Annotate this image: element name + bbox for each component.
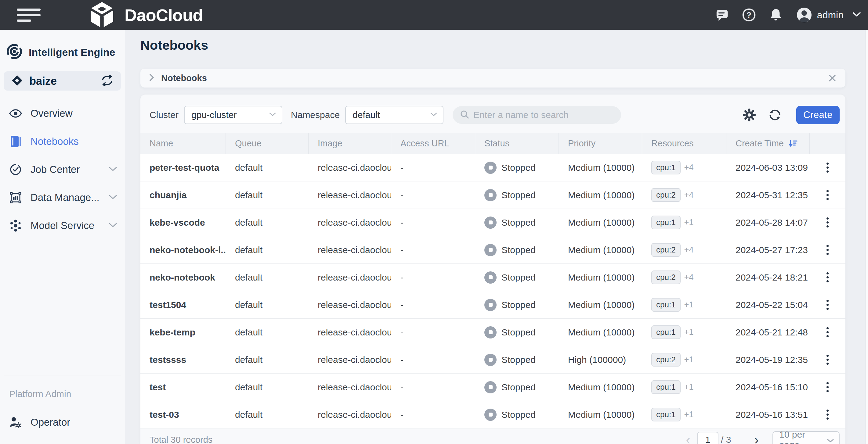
search-box[interactable] (453, 106, 621, 124)
username-label[interactable]: admin (817, 9, 844, 21)
notebook-name[interactable]: neko-notebook-l... (141, 236, 226, 264)
namespace-select[interactable]: default (345, 106, 443, 124)
page-size-select[interactable]: 10 per page (772, 431, 840, 444)
table-row[interactable]: test default release-ci.daoclou... - Sto… (141, 374, 845, 401)
row-actions-kebab-icon[interactable] (824, 352, 832, 368)
status-stopped-icon (484, 381, 497, 394)
notebook-name[interactable]: neko-notebook (141, 264, 226, 291)
resource-extra-count[interactable]: +4 (684, 190, 694, 200)
row-actions-kebab-icon[interactable] (824, 379, 832, 395)
table-row[interactable]: test1504 default release-ci.daoclou... -… (141, 291, 845, 319)
priority-cell: Medium (10000) (559, 374, 642, 401)
actions-cell (810, 319, 845, 346)
toolbar-actions: Create (743, 106, 840, 124)
table-row[interactable]: kebe-temp default release-ci.daoclou... … (141, 319, 845, 346)
resource-extra-count[interactable]: +1 (684, 382, 694, 392)
resource-extra-count[interactable]: +1 (684, 355, 694, 365)
sidebar-item-label: Data Manage... (31, 192, 99, 203)
column-header-name[interactable]: Name (141, 133, 226, 154)
row-actions-kebab-icon[interactable] (824, 242, 832, 258)
sidebar-item-operator[interactable]: Operator (0, 408, 125, 436)
page-number-input[interactable] (697, 432, 718, 444)
resource-extra-count[interactable]: +4 (684, 245, 694, 254)
intelligent-engine-icon (6, 43, 23, 61)
table-row[interactable]: neko-notebook default release-ci.daoclou… (141, 264, 845, 291)
queue-cell: default (226, 236, 309, 264)
create-button[interactable]: Create (796, 106, 840, 124)
row-actions-kebab-icon[interactable] (824, 324, 832, 340)
notebook-name[interactable]: kebe-vscode (141, 209, 226, 236)
column-header-image[interactable]: Image (309, 133, 391, 154)
resource-extra-count[interactable]: +1 (684, 328, 694, 337)
chevron-down-icon[interactable] (108, 167, 117, 173)
sidebar-item-job-center[interactable]: Job Center (0, 156, 125, 183)
status-cell: Stopped (475, 209, 559, 236)
table-row[interactable]: neko-notebook-l... default release-ci.da… (141, 236, 845, 264)
next-page-chevron-icon[interactable]: › (754, 433, 759, 444)
sidebar-item-data-management[interactable]: Data Manage... (0, 183, 125, 212)
operator-user-gear-icon (9, 416, 22, 428)
row-actions-kebab-icon[interactable] (824, 407, 832, 423)
row-actions-kebab-icon[interactable] (824, 269, 832, 285)
notebook-name[interactable]: kebe-temp (141, 319, 226, 346)
create-time-cell: 2024-05-27 17:23 (726, 236, 810, 264)
notifications-bell-icon[interactable] (769, 8, 783, 22)
refresh-icon[interactable] (768, 108, 782, 122)
table-row[interactable]: testssss default release-ci.daoclou... -… (141, 346, 845, 374)
notebook-name[interactable]: test1504 (141, 291, 226, 318)
notebook-name[interactable]: chuanjia (141, 181, 226, 209)
column-header-access-url[interactable]: Access URL (391, 133, 475, 154)
user-menu-chevron-down-icon[interactable] (852, 11, 861, 19)
sort-descending-icon[interactable] (788, 138, 798, 148)
topbar: DaoCloud ? (0, 0, 868, 30)
table-row[interactable]: chuanjia default release-ci.daoclou... -… (141, 181, 845, 209)
sidebar-item-overview[interactable]: Overview (0, 99, 125, 128)
access-url-cell: - (391, 181, 475, 209)
feedback-icon[interactable] (715, 8, 729, 22)
column-header-queue[interactable]: Queue (226, 133, 309, 154)
notebook-name[interactable]: test (141, 374, 226, 401)
user-avatar[interactable] (797, 8, 811, 22)
close-icon[interactable] (828, 73, 837, 83)
table-row[interactable]: kebe-vscode default release-ci.daoclou..… (141, 209, 845, 236)
table-body: peter-test-quota default release-ci.daoc… (141, 154, 845, 429)
resource-extra-count[interactable]: +1 (684, 410, 694, 419)
status-stopped-icon (484, 299, 497, 311)
workspace-selector[interactable]: baize (4, 71, 121, 91)
sidebar-item-model-service[interactable]: Model Service (0, 212, 125, 240)
notebook-name[interactable]: peter-test-quota (141, 154, 226, 181)
settings-gear-icon[interactable] (743, 108, 756, 122)
column-header-priority[interactable]: Priority (559, 133, 642, 154)
actions-cell (810, 291, 845, 318)
table-row[interactable]: peter-test-quota default release-ci.daoc… (141, 154, 845, 181)
notebook-name[interactable]: test-03 (141, 401, 226, 428)
row-actions-kebab-icon[interactable] (824, 214, 832, 231)
resource-extra-count[interactable]: +1 (684, 300, 694, 309)
cluster-select[interactable]: gpu-cluster (184, 106, 282, 124)
search-input[interactable] (473, 110, 614, 120)
page-scrollbar[interactable] (866, 30, 868, 444)
row-actions-kebab-icon[interactable] (824, 297, 832, 313)
prev-page-chevron-icon[interactable]: ‹ (686, 433, 690, 444)
column-header-status[interactable]: Status (475, 133, 559, 154)
sidebar-item-notebooks[interactable]: Notebooks (0, 128, 125, 156)
breadcrumb-bar: Notebooks (141, 69, 845, 88)
sidebar-item-label: Model Service (31, 220, 94, 232)
resource-extra-count[interactable]: +1 (684, 218, 694, 227)
table-footer: Total 30 records ‹ / 3 › 10 per page (141, 429, 845, 444)
breadcrumb[interactable]: Notebooks (161, 73, 207, 83)
notebook-name[interactable]: testssss (141, 346, 226, 373)
chevron-down-icon[interactable] (108, 195, 117, 201)
column-header-resources[interactable]: Resources (642, 133, 726, 154)
row-actions-kebab-icon[interactable] (824, 160, 832, 176)
chevron-down-icon[interactable] (108, 223, 117, 229)
column-header-create-time[interactable]: Create Time (726, 133, 810, 154)
menu-toggle-icon[interactable] (17, 8, 40, 22)
row-actions-kebab-icon[interactable] (824, 187, 832, 203)
resource-extra-count[interactable]: +4 (684, 273, 694, 282)
help-icon[interactable]: ? (742, 8, 756, 22)
create-time-cell: 2024-05-24 18:21 (726, 264, 810, 291)
table-row[interactable]: test-03 default release-ci.daoclou... - … (141, 401, 845, 429)
resource-extra-count[interactable]: +4 (684, 163, 694, 172)
workspace-switch-icon[interactable] (101, 75, 114, 87)
